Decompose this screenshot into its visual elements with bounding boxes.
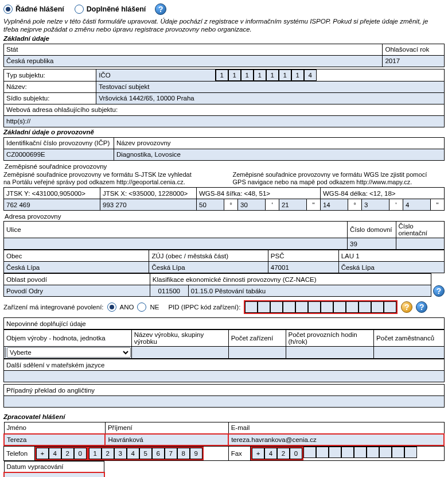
fax-digit[interactable]: 2 [277, 448, 290, 459]
telefon-digits[interactable]: +420123456789 [35, 447, 228, 460]
section-facility-title: Základní údaje o provozovně [3, 129, 445, 135]
fax-digit[interactable] [379, 447, 392, 458]
dalsi-label: Další sdělení v mateřském jazyce [4, 359, 445, 371]
radio-supplement-label: Doplněné hlášení [87, 5, 146, 13]
opt-col5: Počet zaměstnanců [374, 330, 445, 347]
opt-unit-select[interactable]: Vyberte [7, 347, 131, 358]
opt-col4: Počet provozních hodin (h/rok) [286, 330, 374, 347]
dalsi-value[interactable] [4, 371, 445, 382]
tel-digit[interactable]: 2 [61, 448, 74, 459]
opt-col3-v[interactable] [228, 347, 286, 359]
radio-ne[interactable] [137, 303, 146, 312]
cislo-dom-value: 39 [348, 238, 396, 250]
subject-table: Typ subjektu: IČO 11111114 Název: Testov… [3, 69, 445, 127]
note-left2: na Portálu veřejné správy pod odkazem ht… [3, 179, 216, 186]
note-right1: Zeměpisné souřadnice provozovny ve formá… [233, 171, 445, 179]
tel-digit[interactable]: 7 [165, 448, 177, 459]
year-value: 2017 [383, 55, 445, 67]
tel-digit[interactable]: 3 [114, 448, 127, 459]
tel-digit[interactable]: 0 [74, 448, 87, 459]
tel-digit[interactable]: 4 [49, 448, 61, 459]
fax-digit[interactable] [367, 447, 379, 458]
icp-value: CZ0000699E [4, 149, 114, 160]
ne-label: NE [150, 304, 159, 311]
tel-digit[interactable]: 2 [102, 448, 114, 459]
fax-digit[interactable]: 4 [264, 448, 277, 459]
prijmeni-value[interactable]: Havránková [105, 434, 228, 445]
digit-cell[interactable] [333, 301, 346, 313]
ico-digit: 1 [241, 69, 254, 81]
opt-col4-v[interactable] [286, 347, 374, 359]
opt-col5-v[interactable] [374, 347, 445, 359]
tel-digit[interactable]: 1 [89, 448, 102, 459]
tel-digit[interactable]: 5 [139, 448, 152, 459]
opt-value-input[interactable] [5, 347, 6, 358]
coords-table: JTSK Y: <431000,905000> JTSK X: <935000,… [3, 187, 445, 211]
digit-cell[interactable] [295, 301, 308, 313]
web-value[interactable]: http(s):// [4, 115, 445, 127]
jtskx-label: JTSK X: <935000, 1228000> [100, 188, 197, 199]
address-obec: Obec ZÚJ (obec / městská část) PSČ LAU 1… [3, 250, 445, 273]
lau-value: Česká Lípa [338, 262, 444, 273]
wgs-s-sec: 21 [279, 199, 306, 211]
digit-cell[interactable] [258, 301, 270, 313]
digit-cell[interactable] [384, 301, 396, 313]
fax-digit[interactable] [329, 447, 341, 458]
help-icon-pid[interactable]: ? [416, 301, 427, 313]
email-value[interactable]: tereza.havrankova@cenia.cz [228, 434, 444, 445]
fax-digit[interactable]: 0 [290, 448, 302, 459]
fax-digit[interactable] [316, 447, 329, 458]
digit-cell[interactable] [359, 301, 371, 313]
coords-title: Zeměpisné souřadnice provozovny [5, 163, 445, 170]
fax-digit[interactable]: + [252, 448, 264, 459]
help-icon-nace[interactable]: ? [433, 285, 445, 297]
tel-digit[interactable]: 4 [127, 448, 139, 459]
zuj-value: Česká Lípa [149, 262, 268, 273]
digit-cell[interactable] [346, 301, 359, 313]
tel-digit[interactable]: 8 [177, 448, 190, 459]
jtsky-label: JTSK Y: <431000,905000> [4, 188, 100, 199]
jtskx-value: 993 270 [100, 199, 197, 211]
digit-cell[interactable] [321, 301, 333, 313]
tel-digit[interactable]: 9 [190, 448, 202, 459]
psc-label: PSČ [268, 250, 338, 262]
nazev-label: Název: [4, 81, 96, 92]
ico-digit: 1 [266, 69, 279, 81]
digit-cell[interactable] [371, 301, 384, 313]
psc-value: 47001 [268, 262, 338, 273]
lau-label: LAU 1 [338, 250, 444, 262]
tel-digit[interactable]: + [36, 448, 49, 459]
datum-value[interactable] [4, 472, 104, 477]
fax-digit[interactable] [341, 447, 354, 458]
opt-col2-v[interactable] [131, 347, 228, 359]
pid-digits[interactable] [244, 300, 398, 314]
jmeno-value[interactable]: Tereza [4, 434, 105, 445]
processor-phone-table: Telefon +420123456789 Fax +420 [3, 446, 445, 461]
opt-col1: Objem výroby - hodnota, jednotka [4, 330, 132, 347]
pid-label: PID (IPPC kód zařízení): [168, 304, 240, 311]
address-povodi: Oblast povodí Klasifikace ekonomické čin… [3, 273, 431, 297]
ulice-value [4, 238, 348, 250]
digit-cell[interactable] [283, 301, 295, 313]
intro-text: Vyplněná pole nelze v této části formulá… [3, 17, 445, 34]
preklad-value[interactable] [4, 396, 445, 408]
digit-cell[interactable] [308, 301, 321, 313]
digit-cell[interactable] [245, 301, 258, 313]
nace-label: Klasifikace ekonomické činnosti provozov… [150, 274, 431, 285]
wgs-d-deg: 14 [320, 199, 348, 211]
address-title: Adresa provozovny [5, 213, 445, 220]
digit-cell[interactable] [270, 301, 283, 313]
radio-supplement[interactable] [75, 5, 84, 14]
help-icon-orange[interactable]: ? [401, 301, 412, 313]
help-icon[interactable]: ? [155, 3, 166, 15]
tel-digit[interactable]: 6 [152, 448, 165, 459]
radio-regular[interactable] [3, 5, 13, 14]
povodi-label: Oblast povodí [4, 274, 150, 285]
fax-digit[interactable] [354, 447, 367, 458]
fax-digit[interactable] [404, 447, 417, 458]
fax-digit[interactable] [303, 447, 316, 458]
fax-digits[interactable]: +420 [251, 447, 444, 460]
obec-label: Obec [4, 250, 149, 262]
radio-ano[interactable] [107, 303, 116, 312]
fax-digit[interactable] [392, 447, 404, 458]
